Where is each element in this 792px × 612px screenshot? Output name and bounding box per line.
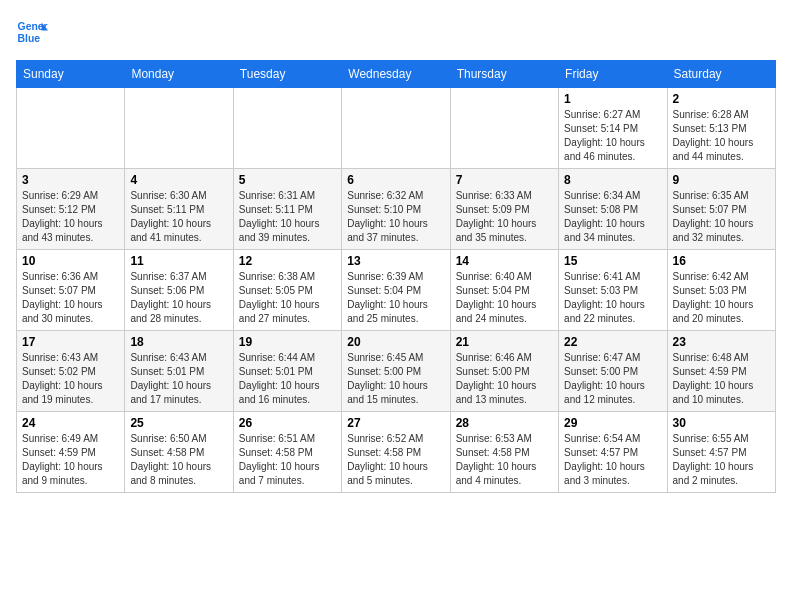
- calendar-cell: 29Sunrise: 6:54 AM Sunset: 4:57 PM Dayli…: [559, 412, 667, 493]
- day-info: Sunrise: 6:43 AM Sunset: 5:01 PM Dayligh…: [130, 351, 227, 407]
- calendar-cell: 30Sunrise: 6:55 AM Sunset: 4:57 PM Dayli…: [667, 412, 775, 493]
- calendar-cell: 19Sunrise: 6:44 AM Sunset: 5:01 PM Dayli…: [233, 331, 341, 412]
- day-number: 9: [673, 173, 770, 187]
- calendar-cell: 12Sunrise: 6:38 AM Sunset: 5:05 PM Dayli…: [233, 250, 341, 331]
- day-number: 19: [239, 335, 336, 349]
- calendar-cell: 3Sunrise: 6:29 AM Sunset: 5:12 PM Daylig…: [17, 169, 125, 250]
- day-info: Sunrise: 6:51 AM Sunset: 4:58 PM Dayligh…: [239, 432, 336, 488]
- day-info: Sunrise: 6:41 AM Sunset: 5:03 PM Dayligh…: [564, 270, 661, 326]
- day-number: 30: [673, 416, 770, 430]
- day-of-week-header: Friday: [559, 61, 667, 88]
- day-number: 21: [456, 335, 553, 349]
- calendar-cell: 20Sunrise: 6:45 AM Sunset: 5:00 PM Dayli…: [342, 331, 450, 412]
- logo: General Blue: [16, 16, 48, 48]
- day-info: Sunrise: 6:31 AM Sunset: 5:11 PM Dayligh…: [239, 189, 336, 245]
- calendar-cell: 11Sunrise: 6:37 AM Sunset: 5:06 PM Dayli…: [125, 250, 233, 331]
- day-number: 13: [347, 254, 444, 268]
- day-info: Sunrise: 6:52 AM Sunset: 4:58 PM Dayligh…: [347, 432, 444, 488]
- calendar-cell: 6Sunrise: 6:32 AM Sunset: 5:10 PM Daylig…: [342, 169, 450, 250]
- calendar-cell: [125, 88, 233, 169]
- calendar-cell: 9Sunrise: 6:35 AM Sunset: 5:07 PM Daylig…: [667, 169, 775, 250]
- calendar-cell: 22Sunrise: 6:47 AM Sunset: 5:00 PM Dayli…: [559, 331, 667, 412]
- day-number: 4: [130, 173, 227, 187]
- calendar-cell: 1Sunrise: 6:27 AM Sunset: 5:14 PM Daylig…: [559, 88, 667, 169]
- day-number: 29: [564, 416, 661, 430]
- day-number: 2: [673, 92, 770, 106]
- day-info: Sunrise: 6:33 AM Sunset: 5:09 PM Dayligh…: [456, 189, 553, 245]
- calendar-cell: 15Sunrise: 6:41 AM Sunset: 5:03 PM Dayli…: [559, 250, 667, 331]
- calendar-cell: 26Sunrise: 6:51 AM Sunset: 4:58 PM Dayli…: [233, 412, 341, 493]
- day-number: 26: [239, 416, 336, 430]
- day-number: 18: [130, 335, 227, 349]
- day-info: Sunrise: 6:55 AM Sunset: 4:57 PM Dayligh…: [673, 432, 770, 488]
- day-info: Sunrise: 6:49 AM Sunset: 4:59 PM Dayligh…: [22, 432, 119, 488]
- day-info: Sunrise: 6:38 AM Sunset: 5:05 PM Dayligh…: [239, 270, 336, 326]
- day-number: 12: [239, 254, 336, 268]
- day-number: 24: [22, 416, 119, 430]
- day-info: Sunrise: 6:48 AM Sunset: 4:59 PM Dayligh…: [673, 351, 770, 407]
- day-info: Sunrise: 6:53 AM Sunset: 4:58 PM Dayligh…: [456, 432, 553, 488]
- day-number: 3: [22, 173, 119, 187]
- calendar-cell: 23Sunrise: 6:48 AM Sunset: 4:59 PM Dayli…: [667, 331, 775, 412]
- calendar-cell: 24Sunrise: 6:49 AM Sunset: 4:59 PM Dayli…: [17, 412, 125, 493]
- day-number: 11: [130, 254, 227, 268]
- day-info: Sunrise: 6:32 AM Sunset: 5:10 PM Dayligh…: [347, 189, 444, 245]
- day-info: Sunrise: 6:54 AM Sunset: 4:57 PM Dayligh…: [564, 432, 661, 488]
- day-number: 10: [22, 254, 119, 268]
- calendar-cell: [233, 88, 341, 169]
- calendar-cell: 17Sunrise: 6:43 AM Sunset: 5:02 PM Dayli…: [17, 331, 125, 412]
- day-info: Sunrise: 6:45 AM Sunset: 5:00 PM Dayligh…: [347, 351, 444, 407]
- header: General Blue: [16, 16, 776, 48]
- day-info: Sunrise: 6:47 AM Sunset: 5:00 PM Dayligh…: [564, 351, 661, 407]
- calendar: SundayMondayTuesdayWednesdayThursdayFrid…: [16, 60, 776, 493]
- day-number: 25: [130, 416, 227, 430]
- day-info: Sunrise: 6:37 AM Sunset: 5:06 PM Dayligh…: [130, 270, 227, 326]
- day-number: 6: [347, 173, 444, 187]
- calendar-cell: [17, 88, 125, 169]
- calendar-cell: 8Sunrise: 6:34 AM Sunset: 5:08 PM Daylig…: [559, 169, 667, 250]
- calendar-cell: 7Sunrise: 6:33 AM Sunset: 5:09 PM Daylig…: [450, 169, 558, 250]
- day-number: 7: [456, 173, 553, 187]
- day-info: Sunrise: 6:39 AM Sunset: 5:04 PM Dayligh…: [347, 270, 444, 326]
- day-of-week-header: Thursday: [450, 61, 558, 88]
- day-info: Sunrise: 6:40 AM Sunset: 5:04 PM Dayligh…: [456, 270, 553, 326]
- day-info: Sunrise: 6:27 AM Sunset: 5:14 PM Dayligh…: [564, 108, 661, 164]
- day-number: 28: [456, 416, 553, 430]
- calendar-cell: 10Sunrise: 6:36 AM Sunset: 5:07 PM Dayli…: [17, 250, 125, 331]
- day-of-week-header: Tuesday: [233, 61, 341, 88]
- calendar-cell: 27Sunrise: 6:52 AM Sunset: 4:58 PM Dayli…: [342, 412, 450, 493]
- calendar-cell: 14Sunrise: 6:40 AM Sunset: 5:04 PM Dayli…: [450, 250, 558, 331]
- day-number: 5: [239, 173, 336, 187]
- day-of-week-header: Monday: [125, 61, 233, 88]
- svg-text:Blue: Blue: [18, 33, 41, 44]
- day-info: Sunrise: 6:44 AM Sunset: 5:01 PM Dayligh…: [239, 351, 336, 407]
- day-number: 22: [564, 335, 661, 349]
- calendar-cell: 2Sunrise: 6:28 AM Sunset: 5:13 PM Daylig…: [667, 88, 775, 169]
- day-info: Sunrise: 6:29 AM Sunset: 5:12 PM Dayligh…: [22, 189, 119, 245]
- day-number: 8: [564, 173, 661, 187]
- day-info: Sunrise: 6:34 AM Sunset: 5:08 PM Dayligh…: [564, 189, 661, 245]
- day-info: Sunrise: 6:46 AM Sunset: 5:00 PM Dayligh…: [456, 351, 553, 407]
- day-number: 27: [347, 416, 444, 430]
- day-number: 17: [22, 335, 119, 349]
- calendar-cell: [450, 88, 558, 169]
- day-info: Sunrise: 6:36 AM Sunset: 5:07 PM Dayligh…: [22, 270, 119, 326]
- day-info: Sunrise: 6:42 AM Sunset: 5:03 PM Dayligh…: [673, 270, 770, 326]
- day-info: Sunrise: 6:35 AM Sunset: 5:07 PM Dayligh…: [673, 189, 770, 245]
- day-of-week-header: Wednesday: [342, 61, 450, 88]
- calendar-cell: 16Sunrise: 6:42 AM Sunset: 5:03 PM Dayli…: [667, 250, 775, 331]
- calendar-cell: [342, 88, 450, 169]
- calendar-cell: 25Sunrise: 6:50 AM Sunset: 4:58 PM Dayli…: [125, 412, 233, 493]
- calendar-cell: 21Sunrise: 6:46 AM Sunset: 5:00 PM Dayli…: [450, 331, 558, 412]
- day-of-week-header: Sunday: [17, 61, 125, 88]
- day-info: Sunrise: 6:30 AM Sunset: 5:11 PM Dayligh…: [130, 189, 227, 245]
- calendar-cell: 13Sunrise: 6:39 AM Sunset: 5:04 PM Dayli…: [342, 250, 450, 331]
- day-number: 14: [456, 254, 553, 268]
- day-number: 20: [347, 335, 444, 349]
- calendar-cell: 18Sunrise: 6:43 AM Sunset: 5:01 PM Dayli…: [125, 331, 233, 412]
- day-number: 16: [673, 254, 770, 268]
- day-number: 15: [564, 254, 661, 268]
- calendar-cell: 5Sunrise: 6:31 AM Sunset: 5:11 PM Daylig…: [233, 169, 341, 250]
- day-number: 23: [673, 335, 770, 349]
- day-info: Sunrise: 6:28 AM Sunset: 5:13 PM Dayligh…: [673, 108, 770, 164]
